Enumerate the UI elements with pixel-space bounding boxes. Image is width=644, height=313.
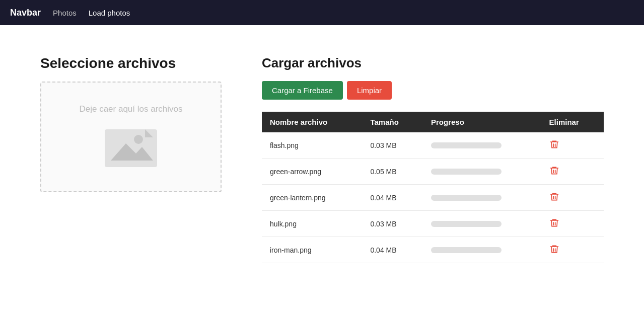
- file-progress: [423, 211, 541, 237]
- progress-bar-container: [431, 142, 502, 148]
- action-buttons: Cargar a Firebase Limpiar: [262, 81, 604, 100]
- progress-bar-container: [431, 195, 502, 201]
- file-size: 0.05 MB: [362, 159, 423, 185]
- drop-zone[interactable]: Deje caer aquí los archivos: [40, 82, 222, 192]
- drop-zone-text: Deje caer aquí los archivos: [79, 104, 182, 114]
- right-panel-title: Cargar archivos: [262, 55, 604, 71]
- col-header-progress: Progreso: [423, 112, 541, 132]
- navbar-link-photos[interactable]: Photos: [53, 9, 77, 17]
- table-row: green-arrow.png0.05 MB: [262, 159, 604, 185]
- file-name: green-arrow.png: [262, 159, 362, 185]
- table-row: green-lantern.png0.04 MB: [262, 185, 604, 211]
- table-body: flash.png0.03 MB green-arrow.png0.05 MB …: [262, 132, 604, 263]
- navbar-brand: Navbar: [10, 8, 41, 18]
- file-size: 0.04 MB: [362, 185, 423, 211]
- file-size: 0.03 MB: [362, 132, 423, 159]
- file-name: hulk.png: [262, 211, 362, 237]
- progress-bar-container: [431, 169, 502, 175]
- file-name: iron-man.png: [262, 237, 362, 263]
- navbar: Navbar Photos Load photos: [0, 0, 644, 25]
- left-panel: Seleccione archivos Deje caer aquí los a…: [40, 55, 222, 283]
- delete-button[interactable]: [549, 169, 559, 177]
- delete-button[interactable]: [549, 195, 559, 203]
- table-row: flash.png0.03 MB: [262, 132, 604, 159]
- upload-firebase-button[interactable]: Cargar a Firebase: [262, 81, 343, 100]
- progress-bar-container: [431, 221, 502, 227]
- file-progress: [423, 237, 541, 263]
- right-panel: Cargar archivos Cargar a Firebase Limpia…: [262, 55, 604, 283]
- file-delete-cell: [541, 132, 604, 159]
- col-header-size: Tamaño: [362, 112, 423, 132]
- photo-placeholder-svg: [101, 124, 161, 170]
- table-header-row: Nombre archivo Tamaño Progreso Eliminar: [262, 112, 604, 132]
- file-delete-cell: [541, 159, 604, 185]
- delete-button[interactable]: [549, 221, 559, 229]
- file-progress: [423, 132, 541, 159]
- table-row: hulk.png0.03 MB: [262, 211, 604, 237]
- file-progress: [423, 185, 541, 211]
- delete-button[interactable]: [549, 248, 559, 256]
- file-table: Nombre archivo Tamaño Progreso Eliminar …: [262, 112, 604, 263]
- file-delete-cell: [541, 211, 604, 237]
- svg-point-3: [134, 135, 143, 144]
- col-header-delete: Eliminar: [541, 112, 604, 132]
- main-content: Seleccione archivos Deje caer aquí los a…: [0, 25, 644, 313]
- col-header-name: Nombre archivo: [262, 112, 362, 132]
- left-panel-title: Seleccione archivos: [40, 55, 222, 71]
- file-delete-cell: [541, 185, 604, 211]
- file-size: 0.04 MB: [362, 237, 423, 263]
- image-placeholder-icon: [101, 124, 161, 170]
- table-header: Nombre archivo Tamaño Progreso Eliminar: [262, 112, 604, 132]
- navbar-link-load-photos[interactable]: Load photos: [89, 9, 130, 17]
- file-name: green-lantern.png: [262, 185, 362, 211]
- progress-bar-container: [431, 247, 502, 253]
- clear-button[interactable]: Limpiar: [347, 81, 392, 100]
- table-row: iron-man.png0.04 MB: [262, 237, 604, 263]
- file-progress: [423, 159, 541, 185]
- delete-button[interactable]: [549, 143, 559, 151]
- file-size: 0.03 MB: [362, 211, 423, 237]
- file-name: flash.png: [262, 132, 362, 159]
- file-delete-cell: [541, 237, 604, 263]
